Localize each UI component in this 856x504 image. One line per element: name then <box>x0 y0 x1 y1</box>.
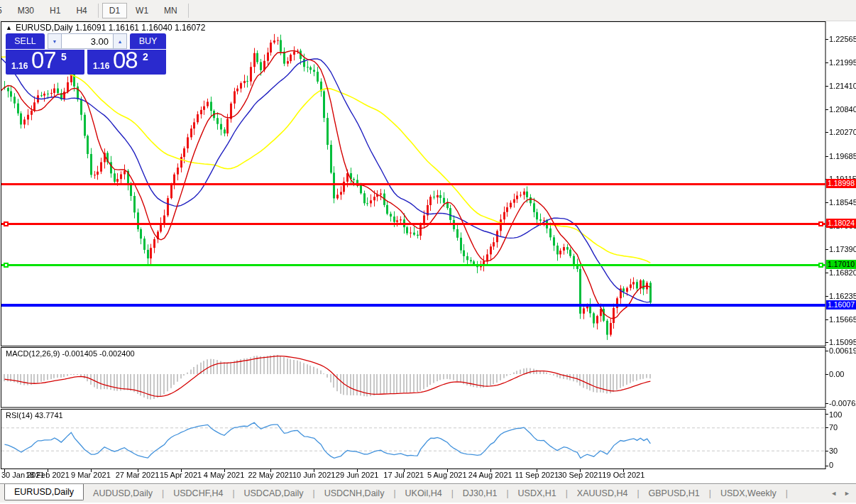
chart-tab-USDX[interactable]: USDX,H1 <box>509 484 566 503</box>
buy-price-big: 08 <box>113 47 138 74</box>
chart-tab-USDX[interactable]: USDX,Weekly <box>711 484 786 503</box>
chart-tab-USDCHF[interactable]: USDCHF,H4 <box>164 484 232 503</box>
chart-tab-AUDUSD[interactable]: AUDUSD,Daily <box>84 484 162 503</box>
buy-price-display[interactable]: 1.16 08 2 <box>87 50 166 75</box>
chart-tab-USDCAD[interactable]: USDCAD,Daily <box>235 484 313 503</box>
tab-scroll-arrows: ◄► <box>830 484 856 503</box>
buy-price-pip: 2 <box>143 51 148 62</box>
sell-price-display[interactable]: 1.16 07 5 <box>6 50 84 75</box>
sell-price-prefix: 1.16 <box>11 61 28 71</box>
tab-scroll-left-icon[interactable]: ◄ <box>830 490 837 497</box>
volume-input[interactable] <box>62 33 113 49</box>
chart-tab-XAUUSD[interactable]: XAUUSD,H4 <box>568 484 637 503</box>
chart-tab-EURUSD[interactable]: EURUSD,Daily <box>4 484 84 500</box>
price-chart-canvas[interactable] <box>0 0 856 504</box>
chart-symbol-header: ▲EURUSD,Daily 1.16091 1.16161 1.16040 1.… <box>6 23 205 33</box>
rsi-indicator-label: RSI(14) 43.7741 <box>6 411 63 420</box>
tab-scroll-right-icon[interactable]: ► <box>844 490 850 497</box>
symbol-ohlc-text: EURUSD,Daily 1.16091 1.16161 1.16040 1.1… <box>16 23 206 33</box>
collapse-panel-icon[interactable]: ▲ <box>6 24 12 31</box>
tab-separator: | <box>786 484 788 503</box>
chart-tab-GBPUSD[interactable]: GBPUSD,H1 <box>640 484 709 503</box>
trading-platform-window: 5M30H1H4D1W1MN ▲EURUSD,Daily 1.16091 1.1… <box>0 0 856 504</box>
buy-price-prefix: 1.16 <box>93 61 109 71</box>
chart-tab-UKOil[interactable]: UKOil,H4 <box>396 484 451 503</box>
sell-price-pip: 5 <box>61 51 67 62</box>
one-click-trade-widget: SELL ▼ ▲ BUY 1.16 07 5 1.16 08 2 <box>6 33 166 75</box>
chart-tab-USDCNH[interactable]: USDCNH,Daily <box>315 484 394 503</box>
chart-tab-bar: EURUSD,DailyAUDUSD,Daily|USDCHF,H4|USDCA… <box>0 483 856 503</box>
macd-indicator-label: MACD(12,26,9) -0.001405 -0.002400 <box>6 349 135 358</box>
sell-price-big: 07 <box>31 47 56 74</box>
chart-tab-DJ30[interactable]: DJ30,H1 <box>454 484 507 503</box>
